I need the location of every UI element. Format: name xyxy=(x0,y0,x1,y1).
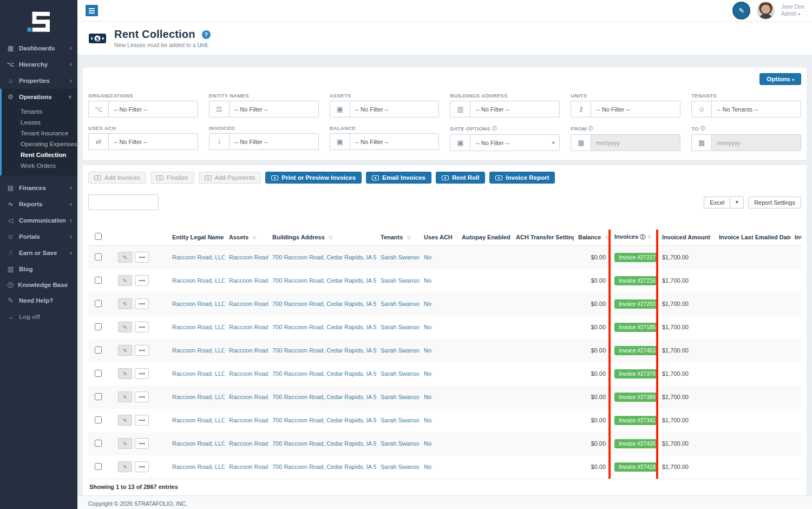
row-checkbox[interactable] xyxy=(95,393,102,400)
sidebar-item-portals[interactable]: ☺ Portals ‹ xyxy=(0,229,77,245)
options-button[interactable]: Options ▾ xyxy=(759,73,801,85)
filter-value[interactable]: -- No Filter -- xyxy=(230,101,318,117)
sidebar-item-need-help[interactable]: ✎ Need Help? xyxy=(0,292,77,309)
sidebar-item-earn-or-save[interactable]: ☝ Earn or Save ‹ xyxy=(0,245,77,261)
edit-button[interactable]: ✎ xyxy=(118,345,132,356)
invoice-badge[interactable]: Invoice #27379 xyxy=(614,369,658,379)
col-overflow[interactable]: Inv xyxy=(790,230,801,246)
more-options-button[interactable]: ⋯ xyxy=(135,391,149,402)
address-link[interactable]: 700 Raccoon Road, Cedar Rapids, IA 52401 xyxy=(272,464,376,470)
col-balance[interactable]: Balance⇅ xyxy=(574,230,610,246)
entity-link[interactable]: Raccoon Road, LLC xyxy=(172,464,225,470)
invoice-report-button[interactable]: Invoice Report xyxy=(489,172,555,184)
invoice-badge[interactable]: Invoice #27366 xyxy=(614,393,658,402)
col-invoiced-amount[interactable]: Invoiced Amount⇅ xyxy=(658,230,715,246)
sidebar-item-leases[interactable]: Leases xyxy=(2,117,77,128)
more-options-button[interactable]: ⋯ xyxy=(135,322,149,332)
sidebar-item-properties[interactable]: ⌂ Properties ‹ xyxy=(0,73,77,89)
row-checkbox[interactable] xyxy=(95,300,102,307)
sidebar-item-finances[interactable]: ▤ Finances ‹ xyxy=(0,180,77,196)
address-link[interactable]: 700 Raccoon Road, Cedar Rapids, IA 52401 xyxy=(272,301,376,307)
col-assets[interactable]: Assets⇅ xyxy=(225,230,268,246)
filter-value[interactable]: -- No Filter -- xyxy=(591,101,680,117)
invoice-badge[interactable]: Invoice #27227 xyxy=(614,253,658,262)
edit-button[interactable]: ✎ xyxy=(118,368,132,379)
edit-button[interactable]: ✎ xyxy=(118,252,132,263)
col-ach-transfer-settings[interactable]: ACH Transfer Settings⇅ xyxy=(512,230,574,246)
asset-link[interactable]: Raccoon Road xyxy=(229,464,268,470)
uses-ach-link[interactable]: No xyxy=(424,394,431,400)
row-checkbox[interactable] xyxy=(95,416,102,423)
uses-ach-link[interactable]: No xyxy=(424,324,431,330)
sidebar-item-work-orders[interactable]: Work Orders xyxy=(2,160,77,171)
entity-link[interactable]: Raccoon Road, LLC xyxy=(172,347,225,354)
filter-value[interactable]: mm/yyyy xyxy=(712,135,801,151)
invoice-badge[interactable]: Invoice #27341 xyxy=(614,416,658,425)
asset-link[interactable]: Raccoon Road xyxy=(229,277,268,284)
sidebar-item-dashboards[interactable]: ▦ Dashboards ‹ xyxy=(0,40,77,56)
select-all-checkbox[interactable] xyxy=(95,233,102,240)
add-invoices-button[interactable]: Add Invoices xyxy=(88,172,146,184)
help-icon[interactable]: ? xyxy=(202,30,211,39)
tenant-link[interactable]: Sarah Swanson xyxy=(381,464,420,470)
col-invoice-last-emailed-date[interactable]: Invoice Last Emailed Date⇅ xyxy=(715,230,790,246)
uses-ach-link[interactable]: No xyxy=(424,277,431,284)
address-link[interactable]: 700 Raccoon Road, Cedar Rapids, IA 52401 xyxy=(272,254,376,260)
filter-value[interactable]: -- No Filter -- xyxy=(350,134,439,149)
entity-link[interactable]: Raccoon Road, LLC xyxy=(172,301,225,307)
uses-ach-link[interactable]: No xyxy=(424,254,431,260)
col-uses-ach[interactable]: Uses ACH⇅ xyxy=(420,230,457,246)
col-tenants[interactable]: Tenants⇅ xyxy=(376,230,420,246)
sidebar-item-blog[interactable]: ▥ Blog xyxy=(0,261,77,277)
unit-link[interactable]: Unit xyxy=(198,42,208,48)
col-autopay-enabled[interactable]: Autopay Enabled⇅ xyxy=(457,230,512,246)
sidebar-item-rent-collection[interactable]: Rent Collection xyxy=(2,149,77,160)
address-link[interactable]: 700 Raccoon Road, Cedar Rapids, IA 52401 xyxy=(272,277,376,284)
invoice-badge[interactable]: Invoice #27453 xyxy=(614,346,658,355)
filter-value[interactable]: -- No Filter -- xyxy=(470,101,559,117)
sidebar-item-communications[interactable]: ◁ Communications ‹ xyxy=(0,212,77,229)
support-chat-icon[interactable]: ✎ xyxy=(732,2,750,19)
edit-button[interactable]: ✎ xyxy=(118,438,132,449)
asset-link[interactable]: Raccoon Road xyxy=(229,440,268,447)
excel-export-button[interactable]: Excel xyxy=(704,197,730,208)
row-checkbox[interactable] xyxy=(95,370,102,377)
asset-link[interactable]: Raccoon Road xyxy=(229,370,268,377)
col-entity-legal-name[interactable]: Entity Legal Name⇅ xyxy=(168,230,225,246)
entity-link[interactable]: Raccoon Road, LLC xyxy=(172,277,225,284)
invoice-badge[interactable]: Invoice #27185 xyxy=(614,323,658,332)
uses-ach-link[interactable]: No xyxy=(424,301,431,307)
sidebar-item-hierarchy[interactable]: ⌥ Hierarchy ‹ xyxy=(0,56,77,73)
sidebar-item-tenant-insurance[interactable]: Tenant Insurance xyxy=(2,128,77,139)
report-settings-button[interactable]: Report Settings xyxy=(748,197,801,208)
tenant-link[interactable]: Sarah Swanson xyxy=(381,301,420,307)
entity-link[interactable]: Raccoon Road, LLC xyxy=(172,254,225,260)
row-checkbox[interactable] xyxy=(95,323,102,330)
address-link[interactable]: 700 Raccoon Road, Cedar Rapids, IA 52401 xyxy=(272,440,376,447)
tenant-link[interactable]: Sarah Swanson xyxy=(381,324,420,330)
address-link[interactable]: 700 Raccoon Road, Cedar Rapids, IA 52401 xyxy=(272,394,376,400)
sidebar-item-log-off[interactable]: → Log off xyxy=(0,309,77,325)
address-link[interactable]: 700 Raccoon Road, Cedar Rapids, IA 52401 xyxy=(272,324,376,330)
tenant-link[interactable]: Sarah Swanson xyxy=(381,347,420,354)
finalize-button[interactable]: Finalize xyxy=(150,172,194,184)
more-options-button[interactable]: ⋯ xyxy=(135,345,149,356)
more-options-button[interactable]: ⋯ xyxy=(135,275,149,286)
filter-value[interactable]: mm/yyyy xyxy=(591,135,680,151)
tenant-link[interactable]: Sarah Swanson xyxy=(381,440,420,447)
sidebar-item-knowledge-base[interactable]: ? Knowledge Base xyxy=(0,277,77,292)
excel-dropdown-button[interactable]: ▼ xyxy=(730,196,744,208)
entity-link[interactable]: Raccoon Road, LLC xyxy=(172,370,225,377)
edit-button[interactable]: ✎ xyxy=(118,298,132,309)
row-checkbox[interactable] xyxy=(95,347,102,354)
filter-value[interactable]: -- No Filter -- xyxy=(109,134,198,149)
invoice-badge[interactable]: Invoice #27216 xyxy=(614,276,658,285)
asset-link[interactable]: Raccoon Road xyxy=(229,254,268,260)
asset-link[interactable]: Raccoon Road xyxy=(229,324,268,330)
edit-button[interactable]: ✎ xyxy=(118,322,132,332)
invoice-badge[interactable]: Invoice #27426 xyxy=(614,439,658,448)
address-link[interactable]: 700 Raccoon Road, Cedar Rapids, IA 52401 xyxy=(272,370,376,377)
tenant-link[interactable]: Sarah Swanson xyxy=(381,254,420,260)
row-checkbox[interactable] xyxy=(95,463,102,470)
sidebar-item-operating-expenses[interactable]: Operating Expenses xyxy=(2,139,77,149)
